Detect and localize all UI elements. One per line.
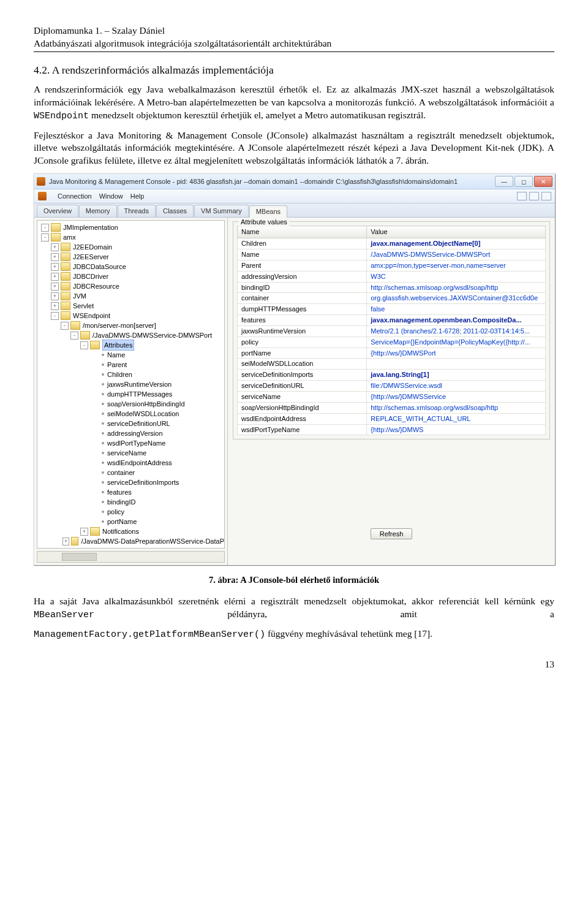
menu-connection[interactable]: Connection <box>58 192 92 201</box>
tree-node[interactable]: +Notifications <box>37 526 224 536</box>
tree-node[interactable]: container <box>37 468 224 477</box>
tab-vmsummary[interactable]: VM Summary <box>194 205 249 217</box>
collapse-icon[interactable]: - <box>41 224 49 232</box>
tree-node[interactable]: soapVersionHttpBindingId <box>37 399 224 409</box>
minimize-button[interactable]: — <box>495 176 513 187</box>
tab-mbeans[interactable]: MBeans <box>249 205 287 218</box>
expand-icon[interactable]: + <box>51 253 59 261</box>
tree-node[interactable]: -/mon/server-mon[server] <box>37 321 224 330</box>
tree-node[interactable]: +Servlet <box>37 301 224 311</box>
table-row[interactable]: serviceDefinitionImportsjava.lang.String… <box>238 370 546 381</box>
tree-node[interactable]: portName <box>37 517 224 526</box>
window-titlebar[interactable]: Java Monitoring & Management Console - p… <box>34 174 555 189</box>
collapse-icon[interactable]: - <box>41 234 49 241</box>
column-name[interactable]: Name <box>238 226 367 238</box>
tree-node[interactable]: -amx <box>37 232 224 242</box>
collapse-icon[interactable]: - <box>61 322 69 330</box>
attribute-values-group: Attribute values Name Value Childrenjava… <box>233 221 550 439</box>
table-row[interactable]: wsdlEndpointAddressREPLACE_WITH_ACTUAL_U… <box>238 413 546 424</box>
leaf-icon <box>102 412 104 415</box>
expand-icon[interactable]: + <box>51 263 59 271</box>
scrollbar-thumb[interactable] <box>62 553 97 561</box>
tab-overview[interactable]: Overview <box>37 205 78 217</box>
folder-icon <box>61 292 70 300</box>
tree-horizontal-scrollbar[interactable] <box>37 551 225 563</box>
tree-node[interactable]: -Attributes <box>37 340 224 350</box>
tree-node[interactable]: addressingVersion <box>37 428 224 438</box>
tree-node[interactable]: Children <box>37 370 224 379</box>
table-row[interactable]: dumpHTTPMessagesfalse <box>238 304 546 315</box>
collapse-icon[interactable]: - <box>51 312 59 320</box>
tree-node[interactable]: +JDBCResource <box>37 281 224 291</box>
expand-icon[interactable]: + <box>80 528 88 536</box>
tree-node[interactable]: +J2EEServer <box>37 252 224 262</box>
column-value[interactable]: Value <box>367 226 546 238</box>
table-row[interactable]: policyServiceMap={}EndpointMap={PolicyMa… <box>238 336 546 348</box>
table-row[interactable]: seiModelWSDLLocation <box>238 359 546 370</box>
mbean-tree[interactable]: -JMImplementation-amx+J2EEDomain+J2EESer… <box>37 220 225 549</box>
expand-icon[interactable]: + <box>51 292 59 300</box>
tree-node[interactable]: wsdlEndpointAddress <box>37 458 224 468</box>
expand-icon[interactable]: + <box>62 538 69 545</box>
tree-node[interactable]: serviceDefinitionURL <box>37 419 224 428</box>
folder-icon <box>70 321 80 330</box>
table-row[interactable]: serviceName{http://ws/}DMWSService <box>238 391 546 402</box>
mdi-close-icon[interactable] <box>541 192 551 200</box>
tree-node[interactable]: -WSEndpoint <box>37 311 224 321</box>
table-row[interactable]: Childrenjavax.management.ObjectName[0] <box>238 238 546 249</box>
table-row[interactable]: jaxwsRuntimeVersionMetro/2.1 (branches/2… <box>238 325 546 336</box>
table-row[interactable]: portName{http://ws/}DMWSPort <box>238 348 546 359</box>
tree-node-label: JVM <box>73 291 86 301</box>
table-row[interactable]: addressingVersionW3C <box>238 271 546 282</box>
tree-node[interactable]: seiModelWSDLLocation <box>37 409 224 419</box>
tree-node-label: JDBCDriver <box>73 272 108 281</box>
table-row[interactable]: serviceDefinitionURLfile:/DMWSService.ws… <box>238 381 546 392</box>
tab-classes[interactable]: Classes <box>156 205 194 217</box>
mdi-minimize-icon[interactable] <box>517 192 527 200</box>
tree-node-label: wsdlEndpointAddress <box>107 458 172 468</box>
tab-memory[interactable]: Memory <box>79 205 117 217</box>
collapse-icon[interactable]: - <box>80 341 88 349</box>
tree-node[interactable]: wsdlPortTypeName <box>37 438 224 448</box>
expand-icon[interactable]: + <box>51 243 59 251</box>
tree-node[interactable]: policy <box>37 507 224 517</box>
tree-node[interactable]: +J2EEDomain <box>37 242 224 252</box>
table-row[interactable]: soapVersionHttpBindingIdhttp://schemas.x… <box>238 402 546 413</box>
tree-node[interactable]: dumpHTTPMessages <box>37 389 224 399</box>
maximize-button[interactable]: ◻ <box>514 176 533 187</box>
tree-node[interactable]: +JDBCDriver <box>37 272 224 281</box>
tree-node[interactable]: +/JavaDMWS-DataPreparationWSService-Data… <box>37 536 224 546</box>
close-button[interactable]: ✕ <box>534 176 552 187</box>
tree-node-label: wsdlPortTypeName <box>107 438 165 448</box>
expand-icon[interactable]: + <box>51 273 59 281</box>
collapse-icon[interactable]: - <box>70 332 78 340</box>
tab-threads[interactable]: Threads <box>118 205 156 217</box>
mdi-restore-icon[interactable] <box>529 192 539 200</box>
tree-node[interactable]: serviceDefinitionImports <box>37 477 224 487</box>
tree-node[interactable]: +JDBCDataSource <box>37 262 224 272</box>
tree-node[interactable]: -JMImplementation <box>37 222 224 232</box>
attr-value-cell: file:/DMWSService.wsdl <box>367 381 546 392</box>
tree-node[interactable]: Parent <box>37 360 224 370</box>
leaf-icon <box>102 403 104 405</box>
tree-node[interactable]: Name <box>37 350 224 360</box>
tree-node[interactable]: bindingID <box>37 497 224 507</box>
java-icon <box>37 177 45 186</box>
expand-icon[interactable]: + <box>51 283 59 291</box>
refresh-button[interactable]: Refresh <box>371 528 413 539</box>
tree-node[interactable]: +JVM <box>37 291 224 301</box>
table-row[interactable]: wsdlPortTypeName{http://ws/}DMWS <box>238 424 546 435</box>
table-row[interactable]: Name/JavaDMWS-DMWSService-DMWSPort <box>238 249 546 260</box>
tree-node[interactable]: jaxwsRuntimeVersion <box>37 379 224 389</box>
menu-window[interactable]: Window <box>99 192 123 201</box>
table-row[interactable]: Parentamx:pp=/mon,type=server-mon,name=s… <box>238 260 546 271</box>
menu-help[interactable]: Help <box>130 192 145 201</box>
tree-node[interactable]: features <box>37 487 224 497</box>
table-row[interactable]: containerorg.glassfish.webservices.JAXWS… <box>238 293 546 304</box>
tree-node-label: dumpHTTPMessages <box>107 389 172 399</box>
expand-icon[interactable]: + <box>51 302 59 310</box>
tree-node[interactable]: serviceName <box>37 448 224 458</box>
table-row[interactable]: bindingIDhttp://schemas.xmlsoap.org/wsdl… <box>238 282 546 293</box>
tree-node[interactable]: -/JavaDMWS-DMWSService-DMWSPort <box>37 330 224 340</box>
table-row[interactable]: featuresjavax.management.openmbean.Compo… <box>238 315 546 326</box>
